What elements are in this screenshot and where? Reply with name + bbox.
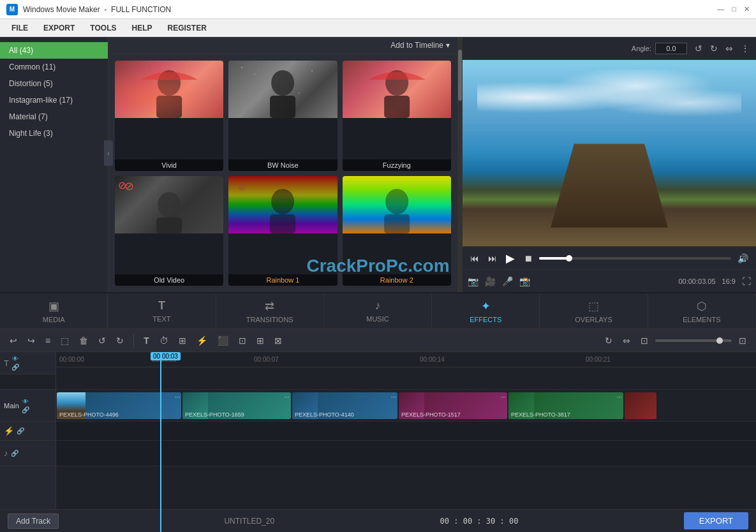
- grid-button[interactable]: ⊞: [253, 334, 267, 348]
- effect-old-video[interactable]: ⊘ Old Video: [115, 176, 223, 286]
- clip-button[interactable]: ⊡: [637, 334, 651, 348]
- clip-pexels-4496[interactable]: PEXELS-PHOTO-4496 ···: [57, 392, 181, 419]
- fx-track-link-icon[interactable]: 🔗: [17, 427, 24, 434]
- fx-track-header: ⚡ 🔗: [0, 422, 56, 441]
- title-text: Windows Movie Maker - FULL FUNCTION: [23, 5, 171, 14]
- clip-pexels-3817[interactable]: PEXELS-PHOTO-3817 ···: [508, 392, 623, 419]
- sidebar-item-all[interactable]: All (43): [0, 42, 108, 59]
- effects-scrollbar[interactable]: [457, 37, 463, 292]
- timer-button[interactable]: ⏱: [156, 334, 172, 348]
- stop-button[interactable]: ⏹: [521, 252, 535, 265]
- step-back-button[interactable]: ⏭: [485, 252, 500, 265]
- photo-button[interactable]: 📸: [519, 276, 530, 286]
- sidebar-item-material[interactable]: Material (7): [0, 108, 108, 125]
- zoom-thumb[interactable]: [716, 337, 723, 344]
- clip-menu-0[interactable]: ···: [175, 394, 180, 401]
- export-button[interactable]: EXPORT: [684, 512, 748, 529]
- playback-controls: ⏮ ⏭ ▶ ⏹ 🔊: [463, 246, 756, 269]
- add-track-button[interactable]: Add Track: [8, 514, 59, 529]
- rotate-left-button[interactable]: ↺: [695, 43, 702, 54]
- forward-button[interactable]: ↻: [113, 334, 127, 348]
- split-button[interactable]: ⊞: [175, 334, 189, 348]
- menu-help[interactable]: HELP: [125, 21, 158, 35]
- play-button[interactable]: ▶: [503, 250, 517, 267]
- sidebar-item-nightlife[interactable]: Night Life (3): [0, 125, 108, 142]
- playback-progress[interactable]: [539, 257, 731, 260]
- speed-button[interactable]: ⚡: [193, 334, 211, 348]
- crop-button[interactable]: ⊡: [235, 334, 249, 348]
- clip-menu-4[interactable]: ···: [617, 394, 622, 401]
- delete-button[interactable]: 🗑: [76, 334, 91, 348]
- mic-button[interactable]: 🎤: [502, 276, 513, 286]
- clip-menu-3[interactable]: ···: [501, 394, 506, 401]
- settings-button[interactable]: ≡: [42, 334, 54, 348]
- align-button[interactable]: ⊠: [271, 334, 285, 348]
- main-track-link-icon[interactable]: 🔗: [22, 406, 29, 413]
- text-track-eye-icon[interactable]: 👁: [12, 355, 19, 362]
- refresh-button[interactable]: ↻: [602, 334, 616, 348]
- menu-file[interactable]: FILE: [5, 21, 34, 35]
- menu-register[interactable]: REGISTER: [161, 21, 212, 35]
- sidebar-item-instagram[interactable]: Instagram-like (17): [0, 92, 108, 108]
- layout-button[interactable]: ⬚: [57, 334, 72, 348]
- effects-scrollbar-thumb[interactable]: [458, 50, 462, 101]
- tab-elements[interactable]: ⬡ ELEMENTS: [648, 293, 756, 329]
- main-track-row: PEXELS-PHOTO-4496 ··· PEXELS-PHOTO-1659 …: [56, 390, 756, 422]
- timeline-ruler: 00:00:00 00:00:03 00:00:07 00:00:14 00:0…: [56, 352, 756, 367]
- sidebar-collapse-button[interactable]: ‹: [104, 140, 113, 166]
- bottom-bar: Add Track UNTITLED_20 00 : 00 : 30 : 00 …: [0, 509, 756, 532]
- revert-button[interactable]: ↺: [95, 334, 109, 348]
- rotate-right-button[interactable]: ↻: [710, 43, 718, 54]
- sidebar-item-distortion[interactable]: Distortion (5): [0, 75, 108, 92]
- menu-export[interactable]: EXPORT: [37, 21, 81, 35]
- separator-1: [133, 334, 134, 347]
- tab-music[interactable]: ♪ MUSIC: [324, 293, 432, 329]
- angle-input[interactable]: 0.0: [655, 43, 687, 54]
- clip-menu-1[interactable]: ···: [285, 394, 290, 401]
- camera-button[interactable]: 🎥: [485, 276, 496, 286]
- clip-pexels-1659[interactable]: PEXELS-PHOTO-1659 ···: [182, 392, 291, 419]
- main-track-eye-icon[interactable]: 👁: [22, 398, 29, 405]
- sidebar-item-common[interactable]: Common (11): [0, 59, 108, 75]
- effect-bw-noise[interactable]: BW Noise: [228, 61, 337, 171]
- minimize-button[interactable]: —: [717, 5, 724, 13]
- effect-rainbow2[interactable]: Rainbow 2: [343, 176, 451, 286]
- clip-pexels-4140[interactable]: PEXELS-PHOTO-4140 ···: [292, 392, 397, 419]
- flip-horizontal-button[interactable]: ⇔: [725, 43, 733, 54]
- tab-media[interactable]: ▣ MEDIA: [0, 293, 108, 329]
- effect-vivid[interactable]: Vivid: [115, 61, 223, 171]
- tab-text[interactable]: T TEXT: [108, 293, 216, 329]
- track-headers: T 👁 🔗 Main 👁 🔗: [0, 352, 56, 532]
- tab-transitions[interactable]: ⇄ TRANSITIONS: [216, 293, 324, 329]
- add-to-timeline-button[interactable]: Add to Timeline ▾: [390, 41, 450, 50]
- redo-button[interactable]: ↪: [24, 334, 38, 348]
- skip-start-button[interactable]: ⏮: [468, 252, 482, 265]
- expand-button[interactable]: ⊡: [736, 334, 750, 348]
- menu-tools[interactable]: TOOLS: [84, 21, 122, 35]
- color-button[interactable]: ⬛: [214, 334, 232, 348]
- volume-button[interactable]: 🔊: [735, 252, 751, 265]
- clip-partial[interactable]: [625, 392, 656, 419]
- maximize-button[interactable]: □: [732, 5, 736, 13]
- tab-overlays[interactable]: ⬚ OVERLAYS: [540, 293, 648, 329]
- fullscreen-button[interactable]: ⛶: [742, 276, 751, 286]
- clip-pexels-1517[interactable]: PEXELS-PHOTO-1517 ···: [399, 392, 507, 419]
- undo-button[interactable]: ↩: [6, 334, 20, 348]
- close-button[interactable]: ✕: [744, 5, 750, 13]
- effect-rainbow1[interactable]: ⊘ Rainbow 1: [228, 176, 337, 286]
- more-options-button[interactable]: ⋮: [741, 43, 750, 54]
- effect-fuzzying[interactable]: Fuzzying: [343, 61, 451, 171]
- text-track-link-icon[interactable]: 🔗: [11, 364, 19, 371]
- link-button[interactable]: ⇔: [619, 334, 634, 348]
- text-track-row: [56, 367, 756, 390]
- tab-media-label: MEDIA: [43, 316, 65, 323]
- text-tool-button[interactable]: T: [140, 334, 152, 348]
- playback-thumb: [566, 255, 572, 262]
- snapshot-button[interactable]: 📷: [468, 276, 478, 286]
- svg-rect-7: [299, 92, 300, 94]
- audio-track-link-icon[interactable]: 🔗: [11, 450, 19, 457]
- tab-effects[interactable]: ✦ EFFECTS: [432, 293, 540, 329]
- clip-menu-2[interactable]: ···: [391, 394, 396, 401]
- window-controls[interactable]: — □ ✕: [717, 5, 750, 13]
- zoom-slider[interactable]: [655, 339, 732, 342]
